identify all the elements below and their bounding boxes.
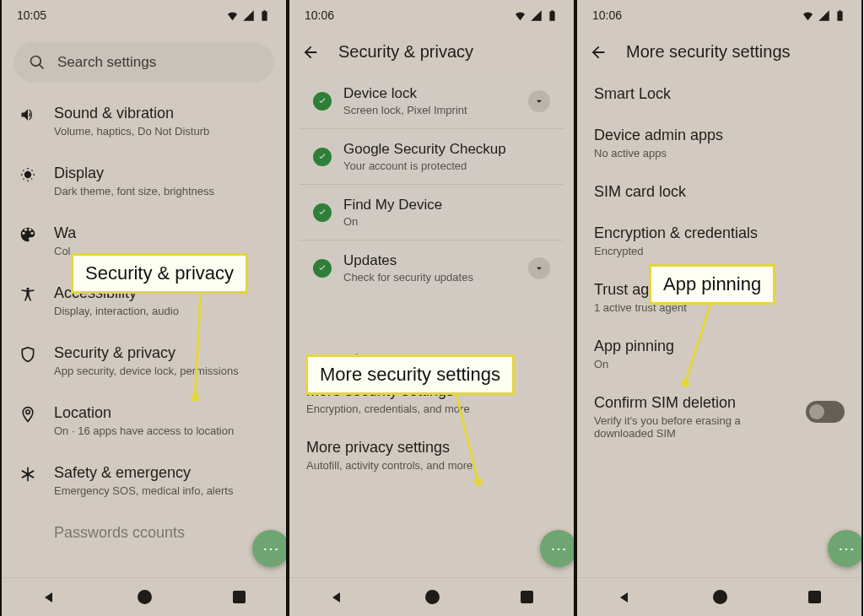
callout-point — [191, 393, 199, 402]
callout-line — [577, 0, 863, 616]
svg-line-0 — [195, 289, 201, 397]
callout-line — [289, 0, 575, 616]
callout-more-security: More security settings — [305, 354, 515, 395]
svg-line-2 — [685, 299, 712, 383]
callout-app-pinning: App pinning — [649, 264, 775, 305]
callout-security-privacy: Security & privacy — [71, 253, 248, 294]
callout-line — [2, 0, 288, 616]
svg-line-1 — [455, 389, 478, 482]
phone-screen-settings: 10:05 Search settings Sound & vibrationV… — [0, 0, 288, 616]
phone-screen-security-privacy: 10:06 Security & privacy Device lockScre… — [288, 0, 575, 616]
callout-point — [681, 379, 689, 387]
callout-point — [474, 478, 483, 486]
phone-screen-more-security: 10:06 More security settings Smart Lock … — [575, 0, 863, 616]
